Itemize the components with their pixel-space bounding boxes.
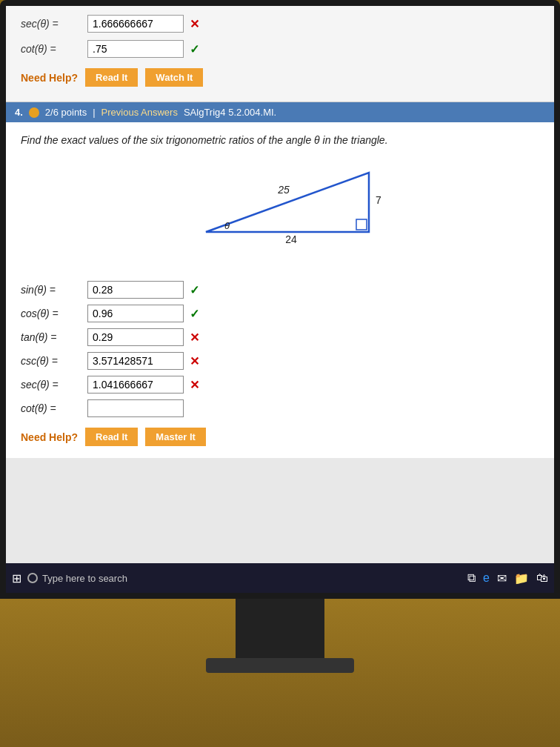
explorer-icon[interactable]: 📁 <box>514 571 529 585</box>
read-it-button-q4[interactable]: Read It <box>85 428 138 446</box>
need-help-label-q4: Need Help? <box>21 431 78 443</box>
prev-question-area: sec(θ) = ✕ cot(θ) = ✓ Need Help? Read It… <box>6 6 554 102</box>
source-text: SAlgTrig4 5.2.004.MI. <box>184 107 276 118</box>
cot-label: cot(θ) = <box>21 402 87 414</box>
master-it-button-q4[interactable]: Master It <box>145 428 205 446</box>
svg-text:25: 25 <box>277 184 290 196</box>
cos-input[interactable] <box>87 305 184 322</box>
cot-row-prev: cot(θ) = ✓ <box>21 40 539 58</box>
taskbar: ⊞ Type here to search ⧉ e ✉ 📁 🛍 <box>6 563 554 593</box>
svg-rect-1 <box>356 219 367 230</box>
need-help-prev: Need Help? Read It Watch It <box>21 68 539 87</box>
tan-input[interactable] <box>87 328 184 346</box>
csc-input[interactable] <box>87 352 184 370</box>
question-4-container: 4. 2/6 points | Previous Answers SAlgTri… <box>6 102 554 458</box>
question-bullet <box>29 107 39 118</box>
tan-status: ✕ <box>190 331 199 345</box>
need-help-label-prev: Need Help? <box>21 72 78 84</box>
taskbar-search-area[interactable]: Type here to search <box>27 573 127 584</box>
taskbar-icons: ⧉ e ✉ 📁 🛍 <box>467 571 548 585</box>
cot-input-prev[interactable] <box>87 40 184 58</box>
sec-status: ✕ <box>190 378 199 392</box>
triangle-diagram: 25 7 24 θ <box>21 158 539 254</box>
sin-row: sin(θ) = ✓ <box>21 281 539 299</box>
triangle-svg: 25 7 24 θ <box>161 158 399 254</box>
sec-row-prev: sec(θ) = ✕ <box>21 15 539 33</box>
tan-label: tan(θ) = <box>21 331 87 343</box>
question-header: 4. 2/6 points | Previous Answers SAlgTri… <box>6 102 554 122</box>
need-help-q4: Need Help? Read It Master It <box>21 428 539 446</box>
watch-it-button-prev[interactable]: Watch It <box>145 68 203 87</box>
csc-label: csc(θ) = <box>21 355 87 367</box>
store-icon[interactable]: 🛍 <box>536 571 548 585</box>
cot-label-prev: cot(θ) = <box>21 43 87 55</box>
search-circle-icon <box>27 573 38 583</box>
separator: | <box>93 107 95 118</box>
cot-status-correct: ✓ <box>190 42 199 56</box>
svg-text:7: 7 <box>376 194 381 206</box>
sec-input-prev[interactable] <box>87 15 184 33</box>
cos-row: cos(θ) = ✓ <box>21 305 539 322</box>
answer-section: sin(θ) = ✓ cos(θ) = ✓ tan(θ) = ✕ <box>6 281 554 458</box>
sec-label: sec(θ) = <box>21 379 87 391</box>
cos-label: cos(θ) = <box>21 308 87 319</box>
points-text: 2/6 points <box>45 107 87 118</box>
task-view-icon[interactable]: ⧉ <box>467 571 476 585</box>
csc-status: ✕ <box>190 354 199 368</box>
sin-label: sin(θ) = <box>21 284 87 296</box>
question-number: 4. <box>15 107 23 118</box>
edge-browser-icon[interactable]: e <box>483 571 490 585</box>
prev-answers-link[interactable]: Previous Answers <box>101 107 178 118</box>
question-text: Find the exact values of the six trigono… <box>21 134 539 146</box>
tan-row: tan(θ) = ✕ <box>21 328 539 346</box>
sec-status-wrong: ✕ <box>190 17 199 31</box>
cot-row: cot(θ) = <box>21 399 539 417</box>
sin-input[interactable] <box>87 281 184 299</box>
sin-status: ✓ <box>190 283 199 297</box>
sec-row: sec(θ) = ✕ <box>21 376 539 394</box>
cot-input[interactable] <box>87 399 184 417</box>
read-it-button-prev[interactable]: Read It <box>85 68 138 87</box>
mail-icon[interactable]: ✉ <box>497 571 507 585</box>
sec-input[interactable] <box>87 376 184 394</box>
search-placeholder: Type here to search <box>42 573 127 584</box>
sec-label-prev: sec(θ) = <box>21 18 87 30</box>
cos-status: ✓ <box>190 307 199 321</box>
csc-row: csc(θ) = ✕ <box>21 352 539 370</box>
question-body: Find the exact values of the six trigono… <box>6 122 554 281</box>
windows-start-button[interactable]: ⊞ <box>12 571 21 585</box>
svg-marker-0 <box>206 173 369 232</box>
svg-text:24: 24 <box>285 233 297 245</box>
svg-text:θ: θ <box>224 220 230 231</box>
